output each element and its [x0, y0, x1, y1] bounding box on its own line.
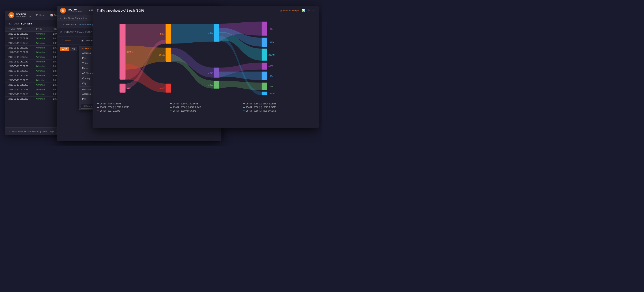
legend-item-8: 25454 · 16509 885.52KB: [170, 110, 241, 112]
menu-icon[interactable]: ≡: [313, 9, 314, 12]
node-9050: [166, 24, 171, 44]
back-nav-home[interactable]: ⊞ Home: [36, 14, 45, 16]
flow-9050-1299: [171, 24, 214, 44]
legend-dot-4: [97, 107, 99, 108]
legend-item-6: 25454 · 9050 [...] 16625 1.24MB: [243, 106, 314, 109]
legend-item-1: 25454 · 44066 3.86MB: [97, 103, 168, 105]
clock-icon: ⏱: [60, 31, 62, 33]
node-2914: [214, 68, 219, 77]
legend-item-4: 25454 · 9050 [...] 7018 2.99MB: [97, 106, 168, 109]
legend-dot-9: [243, 111, 245, 111]
node-44066: [166, 84, 171, 93]
flow-2914-4847: [219, 72, 262, 80]
chart-icon: 📈: [50, 14, 53, 16]
legend-dot-3: [243, 103, 245, 104]
back-logo: NOCTION FLOW ANALYZER: [8, 12, 31, 18]
node-4837: [262, 21, 267, 35]
legend-dot-1: [97, 103, 99, 104]
legend-item-2: 25454 · 9050 4134 1.66MB: [170, 103, 241, 105]
sankey-svg: 25454 8917 9050 16509 44066 1299 2914 33…: [97, 20, 314, 96]
node-7018: [262, 83, 267, 90]
chart-actions: ⊞ Save as Widget 📊 ↻ ≡: [280, 9, 314, 12]
front-logo: NOCTION FLOW ANALYZER: [60, 7, 82, 13]
node-3356: [214, 81, 219, 89]
chart-title: Traffic throughput by AS path (BGP): [97, 9, 144, 12]
hide-params-button[interactable]: « Hide Query Parameters: [60, 17, 87, 19]
legend-dot-2: [170, 103, 172, 104]
node-16625: [262, 92, 267, 95]
filter-icon: ▽: [62, 39, 64, 42]
node-8917: [120, 84, 126, 93]
packets-selector[interactable]: ⋮⋮ Packets ▾: [60, 23, 76, 26]
node-4847: [262, 72, 267, 80]
node-20940: [262, 48, 267, 61]
node-4808: [262, 63, 267, 70]
legend-dot-8: [170, 111, 172, 111]
chevron-left-icon: «: [60, 17, 61, 19]
legend-item-5: 25454 · 9050 [...] 4847 1.3MB: [170, 106, 241, 109]
node-23724: [262, 37, 267, 47]
label-4808: 4808: [268, 65, 273, 68]
label-4847: 4847: [268, 75, 273, 77]
flow-3356-7018: [219, 81, 262, 90]
refresh-icon[interactable]: ↻: [308, 9, 310, 12]
packets-icon: ⋮⋮: [60, 23, 65, 26]
and-or-toggle: AND OR: [60, 47, 77, 51]
chart-header: Traffic throughput by AS path (BGP) ⊞ Sa…: [92, 6, 318, 15]
chart-bar-icon[interactable]: 📊: [302, 9, 305, 12]
node-16509: [166, 48, 171, 62]
sankey-chart: 25454 8917 9050 16509 44066 1299 2914 33…: [92, 15, 318, 100]
grid-icon: ⊞: [88, 9, 90, 11]
flow-25454-44066: [126, 63, 166, 92]
legend-dot-7: [97, 111, 99, 111]
chart-window: Traffic throughput by AS path (BGP) ⊞ Sa…: [92, 6, 318, 128]
label-16625: 16625: [268, 92, 274, 95]
label-4837: 4837: [268, 28, 273, 30]
legend-dot-6: [243, 107, 245, 108]
node-25454: [120, 24, 126, 80]
label-23724: 23724: [268, 41, 274, 44]
node-1299: [214, 24, 219, 42]
front-logo-icon: [60, 7, 66, 13]
widget-icon: ⊞: [280, 9, 282, 12]
back-logo-icon: [8, 12, 14, 18]
label-20940: 20940: [268, 54, 274, 56]
legend-item-3: 25454 · 9050 [...] 23724 1.08MB: [243, 103, 314, 105]
front-logo-text: NOCTION FLOW ANALYZER: [68, 9, 82, 12]
device-icon: ▣: [81, 39, 84, 42]
legend-item-9: 25454 · 9050 [...] 4808 844.5KB: [243, 110, 314, 112]
legend-dot-5: [170, 107, 172, 108]
back-logo-text: NOCTION FLOW ANALYZER: [16, 13, 31, 17]
and-button[interactable]: AND: [60, 47, 69, 51]
or-button[interactable]: OR: [69, 47, 77, 51]
chart-legend: 25454 · 44066 3.86MB 25454 · 9050 4134 1…: [92, 100, 318, 115]
filters-tab[interactable]: ▽ Filters: [60, 38, 73, 43]
label-7018: 7018: [268, 85, 273, 88]
packets-chevron-icon: ▾: [74, 23, 76, 26]
save-widget-button[interactable]: ⊞ Save as Widget: [280, 9, 299, 12]
legend-item-7: 25454 · 8917 2.99MB: [97, 110, 168, 112]
home-icon: ⊞: [36, 14, 38, 16]
